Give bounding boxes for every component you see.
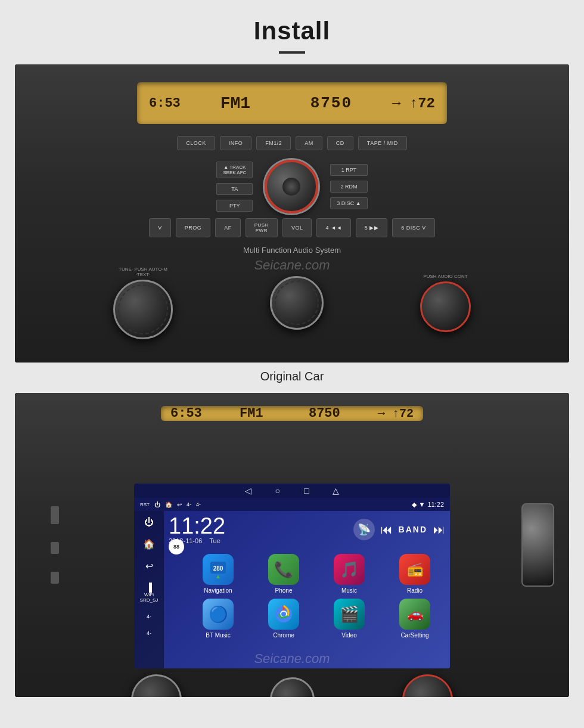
app-item-chrome[interactable]: Chrome [253,599,314,639]
home-sidebar-icon[interactable]: 🏠 [143,538,155,550]
audio-knob[interactable] [420,281,471,332]
pty-button[interactable]: PTY [216,200,253,212]
power-sidebar-icon[interactable]: ⏻ [144,517,154,528]
cd-button[interactable]: CD [327,136,353,150]
status-right: ◆ ▼ 11:22 [412,501,444,509]
home-icon: 🏠 [165,501,172,508]
android-main-area: 11:22 2018-11-06 Tue 📡 ⏮ BAND ⏭ [164,511,450,668]
clock-button[interactable]: CLOCK [177,136,215,150]
car-setting-icon: 🚗 [399,599,430,630]
back-sidebar-icon[interactable]: ↩ [145,560,153,572]
navigation-label: Navigation [204,587,232,594]
back-nav-icon[interactable]: ◁ [245,486,251,495]
app-grid: 280 Navigation 📞 [188,552,445,641]
app-item-music[interactable]: 🎵 Music [319,554,380,594]
title-divider [279,51,305,54]
tune-knob[interactable] [113,280,173,339]
svg-marker-2 [216,575,220,578]
android-car-image: 6:53 FM1 8750 → ↑72 ◁ ○ □ △ [15,393,569,697]
am-button[interactable]: AM [296,136,322,150]
car-display: 6:53 FM1 8750 → ↑72 [137,82,447,124]
display2-time: 6:53 [170,406,202,421]
app-item-bt-music[interactable]: 🔵 BT Music [188,599,248,639]
watermark-1: Seicane.com [254,258,330,273]
video-label: Video [341,632,356,639]
rewind-button[interactable]: 4 ◄◄ [316,218,350,237]
panel-btn-2[interactable] [51,542,59,554]
video-icon: 🎬 [334,599,365,630]
android-content: ⏻ 🏠 ↩ ▐ WiFiSRD_SJ 4- 4- [134,511,450,668]
radio-app-icon: 📻 [399,554,430,585]
rdm-button[interactable]: 2 RDM [330,181,367,193]
car-setting-label: CarSetting [400,632,428,639]
svg-point-5 [281,612,286,617]
display-time: 6:53 [149,96,181,111]
knob-inner [282,178,300,196]
chrome-label: Chrome [273,632,294,639]
next-track-icon[interactable]: ⏭ [433,523,445,537]
right-side-knob[interactable] [521,503,554,587]
app-item-radio[interactable]: 📻 Radio [384,554,445,594]
android-nav-bar: ◁ ○ □ △ [134,484,450,498]
panel-btn-1[interactable] [51,506,59,524]
prog-button[interactable]: PROG [176,218,211,237]
gps-icon: ◆ [412,501,417,509]
left-panel-buttons [51,506,59,584]
svg-text:280: 280 [213,565,223,572]
track-button[interactable]: ▲ TRACKSEEK AFC [216,162,253,178]
bottom-center-knob[interactable] [270,677,315,697]
right-control-buttons: 1 RPT 2 RDM 3 DISC ▲ [330,164,367,209]
app-item-car-setting[interactable]: 🚗 CarSetting [384,599,445,639]
status-left: RST ⏻ 🏠 ↩ 4- 4- [140,501,201,508]
display2-band: FM1 [240,406,271,421]
display2-freq: 8750 [309,406,340,421]
display-band: FM1 [220,94,271,113]
lower-button-row: V PROG AF PUSHPWR VOL 4 ◄◄ 5 ▶▶ 6 DISC V [149,218,435,237]
forward-button[interactable]: 5 ▶▶ [356,218,388,237]
vol-plus-icon[interactable]: 4- [147,630,151,636]
band-controls: 📡 ⏮ BAND ⏭ [353,519,445,540]
clock-row: 11:22 2018-11-06 Tue 📡 ⏮ BAND ⏭ [169,515,445,544]
navigation-icon: 280 [203,554,234,585]
prev-track-icon[interactable]: ⏮ [381,523,393,537]
watermark-2: Seicane.com [254,651,330,667]
bottom-right-knob[interactable] [402,674,453,697]
display-right: → ↑72 [392,95,435,111]
info-button[interactable]: INFO [220,136,252,150]
original-car-image: 6:53 FM1 8750 → ↑72 CLOCK INFO FM1/2 AM … [15,64,569,363]
vol-button[interactable]: VOL [282,218,312,237]
orig-car-dashboard: 6:53 FM1 8750 → ↑72 CLOCK INFO FM1/2 AM … [15,64,569,363]
ta-button[interactable]: TA [216,183,253,195]
bottom-knobs-area: TUNE· PUSH AUTO-M·TEXT· PUSH AUDIO CONT [113,267,471,339]
android-sidebar: ⏻ 🏠 ↩ ▐ WiFiSRD_SJ 4- 4- [134,511,164,668]
tape-mid-button[interactable]: TAPE / MID [358,136,407,150]
app-item-phone[interactable]: 📞 Phone [253,554,314,594]
music-icon: 🎵 [334,554,365,585]
push-pwr-button[interactable]: PUSHPWR [246,218,278,237]
bottom-left-knob[interactable] [131,674,182,697]
center-knob[interactable] [270,276,324,330]
extra-nav-icon[interactable]: △ [333,486,339,495]
recent-nav-icon[interactable]: □ [304,486,309,495]
vol-up-icon: 4- [196,501,201,507]
bottom-controls-2 [131,674,453,697]
android-screen-wrapper: ◁ ○ □ △ RST ⏻ 🏠 ↩ 4- 4- [134,484,450,668]
disc-button[interactable]: 3 DISC ▲ [330,197,367,209]
disc-v-button[interactable]: 6 DISC V [392,218,435,237]
panel-btn-3[interactable] [51,572,59,584]
af-button[interactable]: AF [215,218,241,237]
home-nav-icon[interactable]: ○ [275,486,280,495]
app-item-navigation[interactable]: 280 Navigation [188,554,248,594]
display-freq: 8750 [310,94,352,112]
vol-minus-icon[interactable]: 4- [147,614,151,619]
app-item-video[interactable]: 🎬 Video [319,599,380,639]
original-car-label: Original Car [260,370,324,383]
wifi-bars-icon: ▐ [146,583,152,592]
rpt-button[interactable]: 1 RPT [330,164,367,176]
power-icon: ⏻ [154,501,160,508]
main-volume-knob[interactable] [265,160,318,213]
fm12-button[interactable]: FM1/2 [256,136,291,150]
v-button[interactable]: V [149,218,171,237]
phone-label: Phone [275,587,293,594]
float-number-icon: 88 [169,539,184,554]
